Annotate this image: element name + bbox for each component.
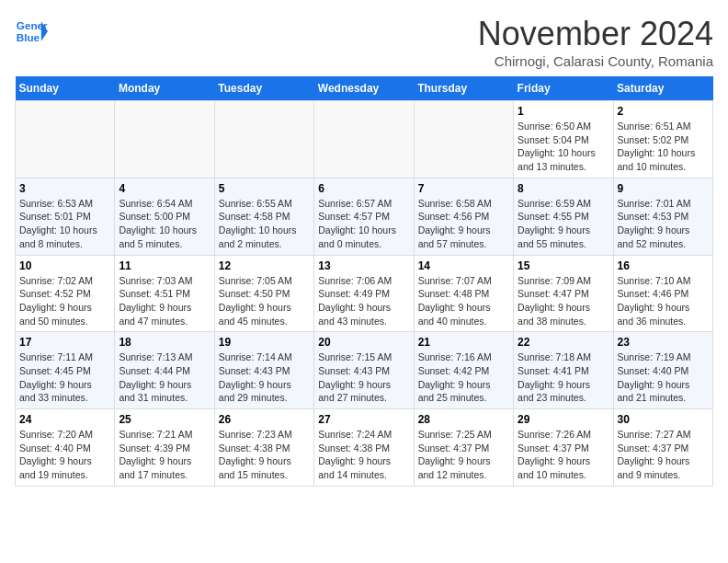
day-number: 25 (119, 413, 210, 426)
svg-text:Blue: Blue (17, 31, 40, 43)
title-area: November 2024 Chirnogi, Calarasi County,… (478, 15, 713, 69)
day-info: Sunrise: 7:27 AM Sunset: 4:37 PM Dayligh… (618, 428, 709, 482)
day-number: 3 (19, 182, 110, 195)
day-number: 2 (618, 105, 709, 118)
calendar-cell: 12Sunrise: 7:05 AM Sunset: 4:50 PM Dayli… (214, 255, 313, 332)
day-info: Sunrise: 7:16 AM Sunset: 4:42 PM Dayligh… (418, 350, 509, 405)
weekday-header: Sunday (16, 76, 115, 101)
calendar-cell: 22Sunrise: 7:18 AM Sunset: 4:41 PM Dayli… (514, 332, 613, 409)
day-number: 21 (418, 336, 509, 349)
day-info: Sunrise: 7:11 AM Sunset: 4:45 PM Dayligh… (19, 350, 110, 405)
calendar-cell: 18Sunrise: 7:13 AM Sunset: 4:44 PM Dayli… (115, 332, 214, 409)
day-number: 12 (219, 259, 310, 272)
weekday-header: Friday (514, 76, 613, 101)
day-number: 9 (618, 182, 709, 195)
day-info: Sunrise: 7:09 AM Sunset: 4:47 PM Dayligh… (518, 274, 609, 328)
day-number: 7 (418, 182, 509, 195)
day-number: 4 (119, 182, 210, 195)
calendar-cell: 1Sunrise: 6:50 AM Sunset: 5:04 PM Daylig… (514, 101, 613, 178)
calendar-cell: 26Sunrise: 7:23 AM Sunset: 4:38 PM Dayli… (214, 409, 313, 487)
calendar-cell: 23Sunrise: 7:19 AM Sunset: 4:40 PM Dayli… (613, 332, 712, 409)
calendar-cell: 10Sunrise: 7:02 AM Sunset: 4:52 PM Dayli… (16, 255, 115, 332)
calendar-cell: 4Sunrise: 6:54 AM Sunset: 5:00 PM Daylig… (115, 178, 214, 255)
calendar-cell: 8Sunrise: 6:59 AM Sunset: 4:55 PM Daylig… (514, 178, 613, 255)
calendar-cell: 3Sunrise: 6:53 AM Sunset: 5:01 PM Daylig… (16, 178, 115, 255)
calendar-cell: 16Sunrise: 7:10 AM Sunset: 4:46 PM Dayli… (613, 255, 712, 332)
day-number: 10 (19, 259, 110, 272)
day-number: 8 (518, 182, 609, 195)
day-number: 11 (119, 259, 210, 272)
day-info: Sunrise: 6:53 AM Sunset: 5:01 PM Dayligh… (19, 197, 110, 251)
weekday-header: Monday (115, 76, 214, 101)
day-info: Sunrise: 6:50 AM Sunset: 5:04 PM Dayligh… (518, 120, 609, 174)
calendar-cell: 25Sunrise: 7:21 AM Sunset: 4:39 PM Dayli… (115, 409, 214, 487)
calendar-cell: 30Sunrise: 7:27 AM Sunset: 4:37 PM Dayli… (613, 409, 712, 487)
calendar-cell: 14Sunrise: 7:07 AM Sunset: 4:48 PM Dayli… (414, 255, 513, 332)
day-info: Sunrise: 7:15 AM Sunset: 4:43 PM Dayligh… (318, 350, 409, 405)
day-number: 13 (318, 259, 409, 272)
day-info: Sunrise: 6:58 AM Sunset: 4:56 PM Dayligh… (418, 197, 509, 251)
calendar-cell: 2Sunrise: 6:51 AM Sunset: 5:02 PM Daylig… (613, 101, 712, 178)
day-info: Sunrise: 7:19 AM Sunset: 4:40 PM Dayligh… (618, 350, 709, 405)
day-number: 20 (318, 336, 409, 349)
day-info: Sunrise: 6:55 AM Sunset: 4:58 PM Dayligh… (219, 197, 310, 251)
month-title: November 2024 (478, 15, 713, 53)
calendar-header-row: SundayMondayTuesdayWednesdayThursdayFrid… (16, 76, 713, 101)
calendar-cell (115, 101, 214, 178)
day-info: Sunrise: 7:06 AM Sunset: 4:49 PM Dayligh… (318, 274, 409, 328)
day-info: Sunrise: 7:14 AM Sunset: 4:43 PM Dayligh… (219, 350, 310, 405)
day-info: Sunrise: 6:59 AM Sunset: 4:55 PM Dayligh… (518, 197, 609, 251)
calendar-week-row: 3Sunrise: 6:53 AM Sunset: 5:01 PM Daylig… (16, 178, 713, 255)
calendar-cell: 24Sunrise: 7:20 AM Sunset: 4:40 PM Dayli… (16, 409, 115, 487)
day-info: Sunrise: 7:26 AM Sunset: 4:37 PM Dayligh… (518, 428, 609, 482)
day-info: Sunrise: 7:21 AM Sunset: 4:39 PM Dayligh… (119, 428, 210, 482)
logo: General Blue (15, 15, 48, 48)
day-info: Sunrise: 7:02 AM Sunset: 4:52 PM Dayligh… (19, 274, 110, 328)
calendar-cell: 13Sunrise: 7:06 AM Sunset: 4:49 PM Dayli… (314, 255, 414, 332)
calendar-cell: 5Sunrise: 6:55 AM Sunset: 4:58 PM Daylig… (214, 178, 313, 255)
day-number: 16 (618, 259, 709, 272)
calendar-cell: 20Sunrise: 7:15 AM Sunset: 4:43 PM Dayli… (314, 332, 414, 409)
day-info: Sunrise: 7:01 AM Sunset: 4:53 PM Dayligh… (618, 197, 709, 251)
calendar-cell: 7Sunrise: 6:58 AM Sunset: 4:56 PM Daylig… (414, 178, 513, 255)
calendar-cell (214, 101, 313, 178)
day-info: Sunrise: 7:20 AM Sunset: 4:40 PM Dayligh… (19, 428, 110, 482)
day-info: Sunrise: 7:07 AM Sunset: 4:48 PM Dayligh… (418, 274, 509, 328)
day-info: Sunrise: 7:05 AM Sunset: 4:50 PM Dayligh… (219, 274, 310, 328)
calendar-cell: 9Sunrise: 7:01 AM Sunset: 4:53 PM Daylig… (613, 178, 712, 255)
day-number: 26 (219, 413, 310, 426)
day-info: Sunrise: 6:51 AM Sunset: 5:02 PM Dayligh… (618, 120, 709, 174)
day-info: Sunrise: 7:23 AM Sunset: 4:38 PM Dayligh… (219, 428, 310, 482)
calendar-cell: 27Sunrise: 7:24 AM Sunset: 4:38 PM Dayli… (314, 409, 414, 487)
calendar-week-row: 17Sunrise: 7:11 AM Sunset: 4:45 PM Dayli… (16, 332, 713, 409)
calendar-cell (414, 101, 513, 178)
day-info: Sunrise: 7:10 AM Sunset: 4:46 PM Dayligh… (618, 274, 709, 328)
calendar-cell: 28Sunrise: 7:25 AM Sunset: 4:37 PM Dayli… (414, 409, 513, 487)
weekday-header: Saturday (613, 76, 712, 101)
calendar-table: SundayMondayTuesdayWednesdayThursdayFrid… (15, 76, 713, 487)
header: General Blue November 2024 Chirnogi, Cal… (15, 15, 713, 69)
calendar-cell: 19Sunrise: 7:14 AM Sunset: 4:43 PM Dayli… (214, 332, 313, 409)
weekday-header: Thursday (414, 76, 513, 101)
day-number: 27 (318, 413, 409, 426)
day-info: Sunrise: 7:18 AM Sunset: 4:41 PM Dayligh… (518, 350, 609, 405)
day-number: 17 (19, 336, 110, 349)
day-number: 6 (318, 182, 409, 195)
day-info: Sunrise: 6:54 AM Sunset: 5:00 PM Dayligh… (119, 197, 210, 251)
day-number: 30 (618, 413, 709, 426)
day-number: 5 (219, 182, 310, 195)
weekday-header: Tuesday (214, 76, 313, 101)
day-info: Sunrise: 6:57 AM Sunset: 4:57 PM Dayligh… (318, 197, 409, 251)
day-number: 23 (618, 336, 709, 349)
day-number: 18 (119, 336, 210, 349)
day-info: Sunrise: 7:13 AM Sunset: 4:44 PM Dayligh… (119, 350, 210, 405)
day-number: 14 (418, 259, 509, 272)
day-info: Sunrise: 7:24 AM Sunset: 4:38 PM Dayligh… (318, 428, 409, 482)
calendar-cell: 11Sunrise: 7:03 AM Sunset: 4:51 PM Dayli… (115, 255, 214, 332)
calendar-cell: 15Sunrise: 7:09 AM Sunset: 4:47 PM Dayli… (514, 255, 613, 332)
calendar-cell: 17Sunrise: 7:11 AM Sunset: 4:45 PM Dayli… (16, 332, 115, 409)
day-number: 24 (19, 413, 110, 426)
calendar-cell: 21Sunrise: 7:16 AM Sunset: 4:42 PM Dayli… (414, 332, 513, 409)
calendar-cell (314, 101, 414, 178)
day-number: 1 (518, 105, 609, 118)
